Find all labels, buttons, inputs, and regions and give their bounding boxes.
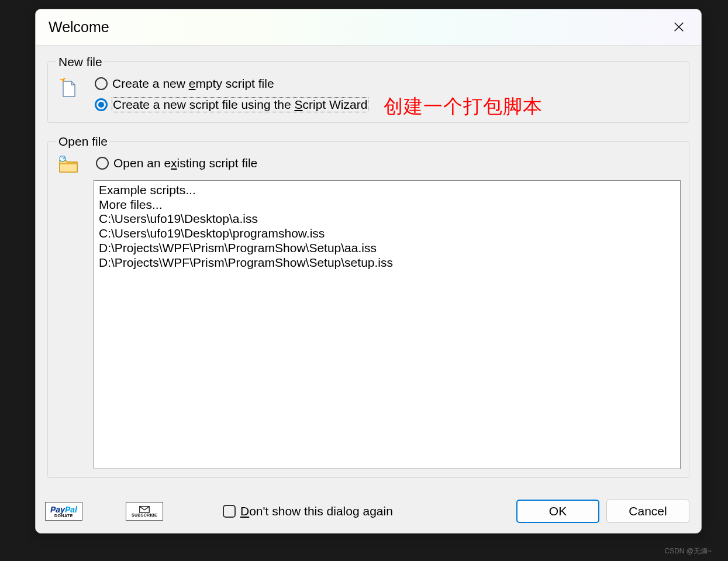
open-file-group: Open file Open an existing script file E… <box>47 135 689 478</box>
subscribe-label: SUBSCRIBE <box>132 513 157 517</box>
list-item[interactable]: More files... <box>98 198 677 212</box>
ok-button[interactable]: OK <box>516 500 599 523</box>
new-file-group: New file Create a new empty script file … <box>47 55 689 123</box>
titlebar: Welcome <box>36 9 701 46</box>
radio-icon <box>95 77 108 90</box>
dialog-footer: PayPal DONATE SUBSCRIBE Don't show this … <box>36 490 701 533</box>
list-item[interactable]: C:\Users\ufo19\Desktop\a.iss <box>98 212 677 226</box>
recent-files-listbox[interactable]: Example scripts...More files...C:\Users\… <box>94 180 681 469</box>
radio-icon <box>95 98 108 111</box>
annotation-text: 创建一个打包脚本 <box>384 94 543 120</box>
close-icon <box>672 20 685 33</box>
subscribe-button[interactable]: SUBSCRIBE <box>126 502 163 521</box>
watermark: CSDN @无熵~ <box>664 546 712 556</box>
paypal-donate-button[interactable]: PayPal DONATE <box>45 502 82 521</box>
list-item[interactable]: D:\Projects\WPF\Prism\ProgramShow\Setup\… <box>98 241 677 256</box>
radio-create-wizard[interactable]: Create a new script file using the Scrip… <box>95 98 368 112</box>
radio-label: Create a new empty script file <box>112 77 274 91</box>
envelope-icon <box>139 506 150 513</box>
radio-icon <box>96 157 109 170</box>
welcome-dialog: Welcome New file Create a new empty scri… <box>35 9 702 534</box>
radio-create-empty[interactable]: Create a new empty script file <box>95 77 368 91</box>
open-folder-icon <box>58 156 78 173</box>
open-file-legend: Open file <box>56 135 110 149</box>
checkbox-label: Don't show this dialog again <box>240 504 393 518</box>
cancel-button[interactable]: Cancel <box>606 500 689 523</box>
checkbox-icon <box>223 505 236 518</box>
dialog-content: New file Create a new empty script file … <box>36 46 701 490</box>
paypal-donate-label: DONATE <box>54 514 73 518</box>
dialog-title: Welcome <box>49 19 668 36</box>
new-file-legend: New file <box>56 55 105 69</box>
list-item[interactable]: Example scripts... <box>98 183 677 198</box>
radio-open-existing[interactable]: Open an existing script file <box>96 156 257 170</box>
radio-label: Open an existing script file <box>113 156 257 170</box>
paypal-logo: PayPal <box>50 505 77 514</box>
new-file-icon <box>60 78 77 98</box>
close-button[interactable] <box>668 16 689 37</box>
list-item[interactable]: D:\Projects\WPF\Prism\ProgramShow\Setup\… <box>98 256 677 270</box>
list-item[interactable]: C:\Users\ufo19\Desktop\programshow.iss <box>98 226 677 241</box>
dont-show-again-checkbox[interactable]: Don't show this dialog again <box>223 504 393 518</box>
radio-label: Create a new script file using the Scrip… <box>112 98 368 112</box>
